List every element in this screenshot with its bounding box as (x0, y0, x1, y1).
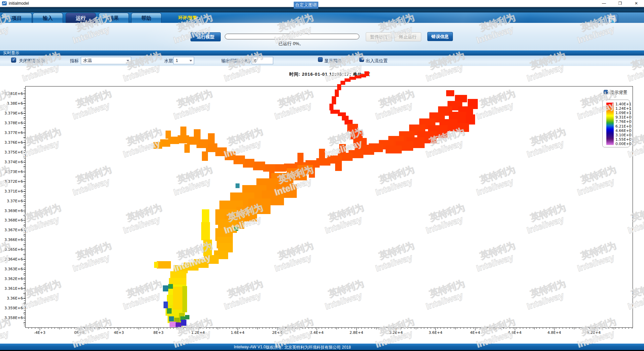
legend-value-label: 1.09E+1 (615, 111, 632, 115)
chevron-down-icon (127, 60, 129, 62)
y-tick-label: 3.37E+6 (1, 199, 23, 203)
interval-input[interactable] (252, 57, 273, 64)
y-tick-label: 3.366E+6 (1, 238, 23, 242)
x-major-tick (554, 327, 554, 330)
x-major-tick (594, 327, 594, 330)
tab-help[interactable]: 帮助 (131, 13, 162, 23)
error-info-button[interactable]: 错误信息 (427, 32, 453, 41)
tab-run[interactable]: 运行 (66, 13, 96, 23)
tab-results[interactable]: 结果 (99, 13, 129, 23)
heatmap-cell (181, 320, 186, 326)
heatmap-cell (345, 120, 353, 125)
heatmap-cell (332, 96, 336, 104)
pause-run-button[interactable]: 暂停运行 (366, 32, 392, 41)
x-tick-label: 1.6E+4 (226, 330, 249, 335)
chevron-down-icon (189, 60, 192, 62)
x-tick-label: 4.8E+4 (542, 330, 566, 335)
x-tick-label: 5.2E+4 (582, 330, 606, 335)
heatmap-cell (319, 149, 325, 159)
x-tick-label: -4E+3 (28, 330, 51, 335)
legend-value-label: 4.66E+0 (615, 129, 632, 133)
layer-value: 1 (176, 58, 178, 63)
x-major-tick (475, 327, 475, 330)
run-model-button[interactable]: 运行模型 (190, 32, 221, 41)
copyright-label: 版权所有: 北京英特利为环境科技有限公司 2018 (266, 345, 351, 350)
legend-value-label: 1.40E+1 (615, 102, 632, 106)
indicator-value: 水温 (83, 58, 92, 63)
heatmap-cell (202, 151, 208, 161)
y-tick-label: 3.377E+6 (1, 131, 23, 135)
watermark-text-cn: 英特利为 (0, 88, 12, 109)
restore-button[interactable]: ❐ (614, 0, 627, 7)
show-grid-checkbox[interactable] (318, 57, 323, 62)
y-tick-label: 3.365E+6 (1, 247, 23, 252)
x-tick-label: 4E+4 (463, 330, 487, 335)
legend-value-label: 1.24E+1 (615, 106, 632, 111)
layer-dropdown[interactable]: 1 (173, 57, 194, 64)
inout-flow-checkbox[interactable] (359, 57, 364, 62)
x-major-tick (277, 327, 278, 330)
heatmap-cell (164, 302, 168, 308)
legend-value-label: 9.31E+0 (615, 115, 632, 119)
heatmap-cell (201, 222, 210, 240)
heatmap-cell (297, 153, 303, 163)
heatmap-cell (236, 183, 240, 188)
tab-input[interactable]: 输入 (33, 13, 63, 23)
close-graphics-checkbox[interactable] (11, 58, 16, 63)
heatmap-cell (335, 161, 342, 171)
x-tick-label: 2E+4 (265, 330, 289, 335)
app-version-label: Intelway-AW V1.0 (234, 345, 266, 349)
heatmap-cell (167, 308, 172, 314)
heatmap-cell (338, 112, 346, 116)
heatmap-cell (194, 129, 201, 140)
y-tick-label: 3.372E+6 (1, 179, 23, 184)
x-major-tick (435, 327, 436, 330)
heatmap-cell (185, 315, 189, 319)
heatmap-cell (174, 318, 180, 322)
x-major-tick (158, 327, 159, 330)
minimize-button[interactable]: — (598, 0, 610, 7)
heatmap-cell (446, 90, 454, 96)
x-tick-label: 2.4E+4 (305, 330, 328, 335)
legend-value-label: 3.10E+0 (615, 133, 632, 137)
watermark-text-en: Inteliway (0, 174, 15, 198)
x-tick-label: 4.4E+4 (503, 330, 527, 335)
y-tick-label: 3.375E+6 (1, 150, 23, 154)
y-tick-label: 3.36E+6 (1, 296, 23, 301)
custom-map-button[interactable]: 自定义图谱 (294, 2, 318, 9)
y-tick-label: 3.364E+6 (1, 257, 23, 261)
run-progress-bar (225, 34, 359, 39)
heatmap-cell (170, 322, 176, 327)
y-tick-label: 3.361E+6 (1, 286, 23, 291)
legend-value-label: 6.21E+0 (615, 124, 632, 129)
terminate-run-button[interactable]: 终止运行 (394, 32, 421, 41)
show-background-checkbox[interactable] (604, 90, 608, 94)
heatmap-cell (169, 316, 174, 321)
status-bar: Intelway-AW V1.0 版权所有: 北京英特利为环境科技有限公司 20… (0, 344, 644, 350)
x-major-tick (238, 327, 238, 330)
color-scale-bar (606, 103, 614, 145)
indicator-label: 指标 (70, 58, 79, 64)
color-scale-legend: 1.40E+11.24E+11.09E+19.31E+07.76E+06.21E… (602, 100, 630, 147)
close-button[interactable]: ✕ (630, 0, 643, 7)
y-tick-label: 3.374E+6 (1, 160, 23, 164)
legend-value-label: 1.55E+0 (615, 137, 632, 142)
x-major-tick (79, 327, 80, 330)
x-major-tick (356, 327, 357, 330)
temperature-plume-heatmap (25, 70, 633, 328)
inout-flow-label: 出入流位置 (366, 58, 388, 64)
heatmap-cell (466, 114, 475, 125)
tab-project[interactable]: 项目 (2, 13, 32, 23)
heatmap-cell (208, 133, 215, 144)
x-major-tick (119, 327, 119, 330)
y-tick-label: 3.376E+6 (1, 140, 23, 145)
legend-value-label: 0.00E+0 (615, 142, 632, 146)
interval-label: 输出间隔(小时) (221, 58, 251, 64)
heatmap-cell (253, 162, 265, 170)
y-tick-label: 3.369E+6 (1, 209, 23, 213)
indicator-dropdown[interactable]: 水温 (81, 57, 131, 64)
x-major-tick (396, 327, 396, 330)
heatmap-cell (329, 104, 333, 110)
x-tick-label: 0E+0 (68, 330, 91, 335)
show-background-label: 显示背景 (610, 90, 628, 96)
